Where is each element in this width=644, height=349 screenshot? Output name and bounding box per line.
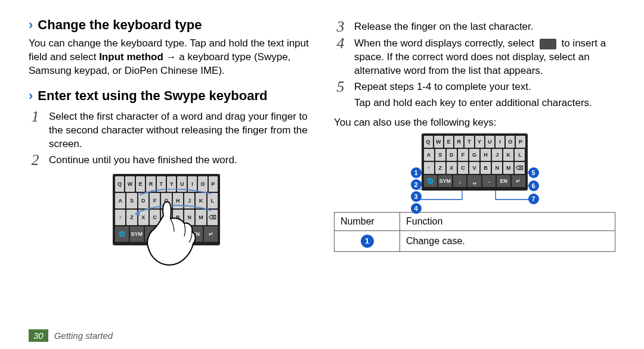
keyboard-key: L	[208, 193, 218, 208]
keyboard-key: ↵	[512, 175, 525, 187]
keyboard-key: Q	[424, 136, 433, 148]
keyboard-key: J	[492, 149, 502, 161]
heading-change-keyboard: › Change the keyboard type	[29, 18, 310, 32]
step-text: When the word displays correctly, select…	[354, 37, 615, 78]
cell-function: Change case.	[400, 230, 615, 251]
keyboard-key: E	[136, 176, 145, 192]
keyboard-key: J	[184, 193, 194, 208]
keyboard-key: U	[177, 176, 186, 192]
keyboard-key: ⌫	[515, 162, 525, 174]
callout-badge: 3	[411, 191, 422, 202]
note-following-keys: You can also use the following keys:	[334, 116, 615, 130]
change-keyboard-paragraph: You can change the keyboard type. Tap an…	[29, 37, 310, 78]
keyboard-key: D	[138, 193, 148, 208]
callout-badge: 1	[361, 235, 374, 248]
step-text: Release the finger on the last character…	[354, 20, 534, 34]
keyboard-key: T	[157, 176, 166, 192]
step-number: 5	[334, 79, 347, 95]
keyboard-key: G	[469, 149, 479, 161]
step-number: 2	[29, 152, 42, 168]
keyboard-key: S	[126, 193, 137, 208]
callout-badge: 7	[528, 194, 539, 204]
keyboard-key: R	[454, 136, 463, 148]
step-content: Select the first character of a word and…	[49, 110, 310, 151]
keyboard-key: ↵	[204, 226, 218, 242]
keyboard-callout-diagram: 1234 567 QWERTYUIOPASDFGHJKL↑ZXCVBNM⌫🌐SY…	[411, 133, 539, 205]
col-header-number: Number	[335, 212, 400, 230]
right-column: 3Release the finger on the last characte…	[334, 17, 615, 349]
step-text: Repeat steps 1-4 to complete your text.	[354, 80, 592, 94]
page-number: 30	[29, 329, 48, 342]
keyboard-key: EN	[497, 175, 510, 187]
function-table: Number Function 1Change case.	[334, 212, 615, 252]
keyboard-key: ␣	[467, 175, 481, 187]
swype-steps: 1Select the first character of a word an…	[29, 108, 310, 170]
table-row: 1Change case.	[335, 230, 615, 251]
callout-badge: 1	[411, 167, 422, 178]
step-item: 2Continue until you have finished the wo…	[29, 154, 310, 168]
keyboard-key: X	[138, 210, 148, 225]
keyboard-key: M	[196, 210, 206, 225]
keyboard-key: ↑	[115, 210, 125, 225]
keyboard-key: W	[434, 136, 443, 148]
keyboard-key: C	[150, 210, 160, 225]
keyboard-key: W	[125, 176, 134, 192]
keyboard-key: EN	[189, 226, 203, 242]
keyboard-key: SYM	[438, 175, 452, 187]
continued-steps: 3Release the finger on the last characte…	[334, 18, 615, 113]
keyboard-body: QWERTYUIOPASDFGHJKL↑ZXCVBNM⌫🌐SYM,␣.EN↵	[422, 133, 528, 191]
keyboard-key: ⌫	[208, 210, 218, 225]
step-content: Release the finger on the last character…	[354, 20, 534, 34]
keyboard-key: G	[161, 193, 171, 208]
keyboard-key: K	[196, 193, 206, 208]
footer-section-name: Getting started	[54, 331, 113, 341]
keyboard-key: SYM	[130, 226, 144, 242]
step-content: Repeat steps 1-4 to complete your text.T…	[354, 80, 592, 110]
keyboard-key: ␣	[160, 226, 174, 242]
keyboard-key: 🌐	[115, 226, 129, 242]
para-part-b: Input method	[99, 51, 163, 63]
keyboard-key: C	[458, 162, 468, 174]
step-text: Select the first character of a word and…	[49, 110, 310, 151]
keyboard-key: N	[184, 210, 194, 225]
keyboard-key: P	[516, 136, 525, 148]
col-header-function: Function	[400, 212, 615, 230]
step-subtext: Tap and hold each key to enter additiona…	[354, 96, 592, 110]
keyboard-key: H	[173, 193, 183, 208]
keyboard-key: Z	[126, 210, 137, 225]
page-footer: 30 Getting started	[29, 329, 113, 342]
step-item: 1Select the first character of a word an…	[29, 110, 310, 151]
keyboard-key: F	[458, 149, 468, 161]
step-text: Continue until you have finished the wor…	[49, 154, 237, 167]
heading-swype-text: Enter text using the Swype keyboard	[38, 89, 267, 103]
keyboard-key: D	[447, 149, 457, 161]
step-item: 5Repeat steps 1-4 to complete your text.…	[334, 80, 615, 110]
keyboard-key: S	[435, 149, 445, 161]
keyboard-key: Y	[475, 136, 484, 148]
keyboard-key: X	[447, 162, 457, 174]
keyboard-body: QWERTYUIOPASDFGHJKL↑ZXCVBNM⌫🌐SYM,␣.EN↵	[113, 174, 220, 245]
callout-badge: 5	[528, 167, 539, 178]
keyboard-key: P	[209, 176, 218, 192]
keyboard-key: K	[503, 149, 513, 161]
keyboard-key: ,	[145, 226, 159, 242]
keyboard-key: Q	[115, 176, 124, 192]
keyboard-key: L	[515, 149, 525, 161]
callout-badge: 2	[411, 179, 422, 190]
step-content: Continue until you have finished the wor…	[49, 154, 237, 167]
cell-number: 1	[335, 230, 400, 251]
space-key-icon	[540, 39, 556, 49]
keyboard-key: .	[174, 226, 188, 242]
keyboard-key: ↑	[424, 162, 434, 174]
callout-badge: 4	[411, 203, 422, 214]
keyboard-key: F	[150, 193, 160, 208]
heading-change-keyboard-text: Change the keyboard type	[38, 18, 202, 32]
step-item: 3Release the finger on the last characte…	[334, 20, 615, 35]
step-content: When the word displays correctly, select…	[354, 37, 615, 78]
step-item: 4When the word displays correctly, selec…	[334, 37, 615, 78]
keyboard-key: N	[492, 162, 502, 174]
left-column: › Change the keyboard type You can chang…	[29, 17, 310, 349]
keyboard-key: V	[469, 162, 479, 174]
keyboard-key: O	[198, 176, 207, 192]
keyboard-key: A	[424, 149, 434, 161]
